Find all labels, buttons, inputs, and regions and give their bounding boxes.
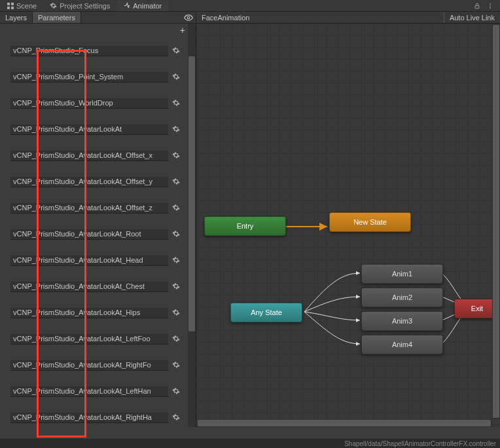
parameter-row[interactable]: vCNP_PrismStudio_AvatarLookAt_Hips (0, 300, 188, 326)
parameter-name-field[interactable]: vCNP_PrismStudio_AvatarLookAt_RightHa (10, 413, 168, 423)
sub-tab-layers[interactable]: Layers (0, 12, 33, 23)
scrollbar-vertical[interactable] (188, 24, 196, 427)
parameter-name-field[interactable]: vCNP_PrismStudio_AvatarLookAt (10, 124, 168, 135)
node-anim1[interactable]: Anim1 (361, 264, 443, 284)
tab-label: Scene (16, 2, 37, 10)
svg-rect-3 (11, 7, 14, 9)
params-header: Layers Parameters (0, 12, 196, 24)
svg-rect-0 (7, 3, 10, 5)
svg-point-5 (490, 3, 491, 5)
gear-icon[interactable] (172, 361, 183, 370)
svg-point-7 (490, 7, 491, 9)
node-any-state[interactable]: Any State (230, 303, 302, 322)
gear-icon[interactable] (172, 387, 183, 396)
parameter-row[interactable]: vCNP_PrismStudio_AvatarLookAt_Chest (0, 274, 188, 300)
eye-icon[interactable] (184, 13, 193, 22)
node-new-state[interactable]: New State (329, 212, 411, 232)
parameter-row[interactable]: vCNP_PrismStudio_AvatarLookAt_LeftFoo (0, 326, 188, 352)
graph-scrollbar-vertical[interactable] (492, 24, 500, 419)
gear-icon[interactable] (172, 177, 183, 187)
parameter-name-field[interactable]: vCNP_PrismStudio_AvatarLookAt_Root (10, 229, 168, 240)
gear-icon[interactable] (172, 151, 183, 160)
tab-label: Animator (133, 2, 162, 10)
gear-icon[interactable] (172, 308, 183, 318)
parameter-name-field[interactable]: vCNP_PrismStudio_AvatarLookAt_LeftHan (10, 386, 168, 397)
svg-point-6 (490, 5, 491, 7)
svg-rect-2 (7, 7, 10, 9)
animator-icon (123, 2, 130, 9)
parameter-list: vCNP_PrismStudio_FocusvCNP_PrismStudio_P… (0, 38, 188, 427)
parameter-row[interactable]: vCNP_PrismStudio_Focus (0, 38, 188, 64)
graph-header: FaceAnimation Auto Live Link (196, 12, 500, 24)
parameter-name-field[interactable]: vCNP_PrismStudio_Point_System (10, 72, 168, 83)
svg-rect-4 (475, 5, 479, 8)
window-tab-bar: Scene Project Settings Animator (0, 0, 500, 12)
scrollbar-thumb[interactable] (198, 420, 491, 426)
parameter-row[interactable]: vCNP_PrismStudio_AvatarLookAt_RightFo (0, 352, 188, 379)
parameter-name-field[interactable]: vCNP_PrismStudio_AvatarLookAt_Offset_y (10, 177, 168, 187)
animator-graph[interactable]: Entry New State Any State Anim1 Anim2 An… (196, 24, 500, 427)
parameter-row[interactable]: vCNP_PrismStudio_AvatarLookAt_RightHa (0, 405, 188, 427)
node-entry[interactable]: Entry (204, 216, 286, 236)
parameter-row[interactable]: vCNP_PrismStudio_WorldDrop (0, 90, 188, 117)
gear-icon[interactable] (172, 73, 183, 82)
parameter-row[interactable]: vCNP_PrismStudio_AvatarLookAt_Offset_z (0, 195, 188, 221)
lock-icon[interactable] (473, 1, 482, 10)
status-bar: Shapell/data/ShapellAnimatorControllerFX… (0, 439, 500, 448)
parameter-name-field[interactable]: vCNP_PrismStudio_AvatarLookAt_Offset_z (10, 203, 168, 214)
scrollbar-thumb[interactable] (188, 56, 195, 331)
tab-label: Project Settings (60, 2, 110, 10)
svg-point-8 (187, 16, 190, 19)
gear-icon[interactable] (172, 47, 183, 56)
parameter-name-field[interactable]: vCNP_PrismStudio_AvatarLookAt_Chest (10, 282, 168, 292)
gear-icon[interactable] (172, 99, 183, 108)
parameter-panel: + vCNP_PrismStudio_FocusvCNP_PrismStudio… (0, 24, 196, 427)
parameter-row[interactable]: vCNP_PrismStudio_AvatarLookAt_LeftHan (0, 379, 188, 405)
tab-project-settings[interactable]: Project Settings (43, 1, 116, 11)
grid-icon (7, 2, 14, 9)
parameter-name-field[interactable]: vCNP_PrismStudio_AvatarLookAt_RightFo (10, 360, 168, 371)
gear-icon[interactable] (172, 204, 183, 213)
gear-icon[interactable] (172, 413, 183, 422)
auto-live-link-button[interactable]: Auto Live Link (444, 12, 500, 23)
parameter-row[interactable]: vCNP_PrismStudio_AvatarLookAt (0, 117, 188, 143)
parameter-row[interactable]: vCNP_PrismStudio_AvatarLookAt_Root (0, 221, 188, 248)
scrollbar-thumb[interactable] (493, 25, 499, 418)
svg-rect-1 (11, 3, 14, 5)
parameter-row[interactable]: vCNP_PrismStudio_Point_System (0, 64, 188, 90)
context-menu-icon[interactable] (486, 1, 495, 10)
parameter-name-field[interactable]: vCNP_PrismStudio_WorldDrop (10, 98, 168, 109)
gear-icon[interactable] (172, 282, 183, 291)
parameter-name-field[interactable]: vCNP_PrismStudio_AvatarLookAt_Head (10, 255, 168, 266)
gear-icon (50, 2, 57, 9)
sub-tab-parameters[interactable]: Parameters (33, 12, 81, 23)
breadcrumb[interactable]: FaceAnimation (196, 12, 255, 23)
gear-icon[interactable] (172, 230, 183, 239)
tab-animator[interactable]: Animator (116, 1, 168, 11)
node-anim2[interactable]: Anim2 (361, 288, 443, 307)
tab-scene[interactable]: Scene (0, 1, 43, 11)
parameter-row[interactable]: vCNP_PrismStudio_AvatarLookAt_Offset_x (0, 143, 188, 169)
gear-icon[interactable] (172, 335, 183, 344)
parameter-name-field[interactable]: vCNP_PrismStudio_AvatarLookAt_Hips (10, 308, 168, 318)
status-path: Shapell/data/ShapellAnimatorControllerFX… (344, 440, 496, 447)
parameter-row[interactable]: vCNP_PrismStudio_AvatarLookAt_Offset_y (0, 169, 188, 195)
node-anim4[interactable]: Anim4 (361, 335, 443, 354)
parameter-name-field[interactable]: vCNP_PrismStudio_AvatarLookAt_LeftFoo (10, 334, 168, 345)
graph-scrollbar-horizontal[interactable] (196, 419, 492, 427)
parameter-name-field[interactable]: vCNP_PrismStudio_AvatarLookAt_Offset_x (10, 151, 168, 161)
parameter-row[interactable]: vCNP_PrismStudio_AvatarLookAt_Head (0, 248, 188, 274)
add-parameter-button[interactable]: + (180, 25, 185, 35)
node-anim3[interactable]: Anim3 (361, 311, 443, 331)
gear-icon[interactable] (172, 256, 183, 265)
parameter-name-field[interactable]: vCNP_PrismStudio_Focus (10, 46, 168, 56)
gear-icon[interactable] (172, 125, 183, 134)
